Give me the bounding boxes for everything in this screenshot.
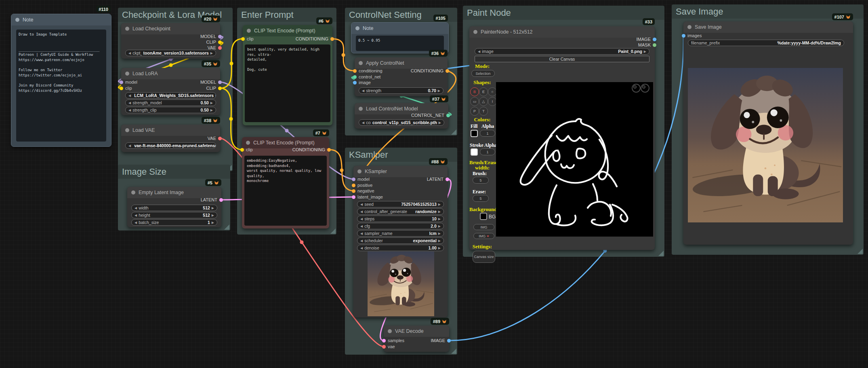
collapse-dot-icon[interactable] xyxy=(687,25,691,29)
node-title[interactable]: PainterNode - 512x512 xyxy=(469,26,655,38)
widget-strength[interactable]: ◀ strength 0.70 ▶ xyxy=(359,87,443,94)
widget-lora-name[interactable]: ◀ lora_name LCM_LoRA_Weights_SD15.safete… xyxy=(125,92,216,99)
shape-rect-button[interactable]: ▭ xyxy=(470,97,479,106)
node-title[interactable]: Empty Latent Image xyxy=(127,187,221,198)
left-arrow-icon[interactable]: ◀ xyxy=(135,221,137,224)
slot-in-clip[interactable]: clip xyxy=(120,86,132,90)
group-title[interactable]: Paint Node xyxy=(463,6,664,20)
collapse-dot-icon[interactable] xyxy=(125,72,129,76)
undo-icon[interactable] xyxy=(632,84,640,92)
left-arrow-icon[interactable]: ◀ xyxy=(135,206,137,210)
slot-out-clip[interactable]: CLIP xyxy=(206,40,222,44)
slot-in-latent-image[interactable]: latent_image xyxy=(352,195,383,199)
prompt-textarea[interactable]: best quality, very detailed, high res, u… xyxy=(245,44,330,122)
right-arrow-icon[interactable]: ▶ xyxy=(438,210,441,214)
right-arrow-icon[interactable]: ▶ xyxy=(439,121,441,125)
bg-color-swatch[interactable] xyxy=(480,213,487,220)
slot-out-conditioning[interactable]: CONDITIONING xyxy=(296,37,334,41)
node-ksampler[interactable]: KSampler model positive negative latent_… xyxy=(353,166,448,317)
shape-circle-button[interactable]: ○ xyxy=(488,87,497,96)
node-load-checkpoint[interactable]: Load Checkpoint MODEL CLIP VAE ◀ ckpt_na… xyxy=(121,23,220,59)
shape-triangle-button[interactable]: △ xyxy=(479,97,488,106)
redo-icon[interactable] xyxy=(641,84,649,92)
left-arrow-icon[interactable]: ◀ xyxy=(128,51,131,55)
slot-out-model[interactable]: MODEL xyxy=(200,80,222,84)
node-vae-decode[interactable]: VAE Decode samples vae IMAGE xyxy=(384,326,449,352)
slot-in-images[interactable]: images xyxy=(682,34,702,38)
left-arrow-icon[interactable]: ◀ xyxy=(360,232,363,235)
widget-sampler-name[interactable]: ◀sampler_namelcm▶ xyxy=(357,230,444,237)
img-remove-button[interactable]: IMG × xyxy=(473,233,494,239)
node-load-vae[interactable]: Load VAE VAE ◀ vae_name vae-ft-mse-84000… xyxy=(121,125,220,152)
widget-filename-prefix[interactable]: filename_prefix %date:yyyy-MM-dd%/Draw2I… xyxy=(688,40,844,46)
widget-steps[interactable]: ◀steps10▶ xyxy=(357,216,444,222)
slot-out-conditioning[interactable]: CONDITIONING xyxy=(411,69,449,73)
collapse-dot-icon[interactable] xyxy=(388,329,392,333)
collapse-dot-icon[interactable] xyxy=(357,169,361,173)
left-arrow-icon[interactable]: ◀ xyxy=(128,108,131,112)
paint-canvas[interactable] xyxy=(496,82,653,237)
shape-line-button[interactable]: I xyxy=(488,97,497,106)
slot-in-vae[interactable]: vae xyxy=(382,345,395,349)
widget-width[interactable]: ◀ width 512 ▶ xyxy=(131,205,217,211)
widget-strength-clip[interactable]: ◀ strength_clip 0.50 ▶ xyxy=(125,107,216,113)
slot-in-samples[interactable]: samples xyxy=(382,338,404,343)
widget-control-net-name[interactable]: ◀ control_net_name control_v11p_sd15_scr… xyxy=(359,119,444,126)
note-text[interactable]: 0.5 ~ 0.95 xyxy=(356,36,444,51)
widget-ckpt-name[interactable]: ◀ ckpt_name toonAme_version10.safetensor… xyxy=(125,50,216,56)
widget-image-file[interactable]: ◀ image Paint_0.png ▶ xyxy=(475,48,649,55)
canvas-size-button[interactable]: Canvas size xyxy=(473,251,495,263)
right-arrow-icon[interactable]: ▶ xyxy=(438,203,441,206)
erase-size-input[interactable]: 5 xyxy=(473,195,489,202)
collapse-dot-icon[interactable] xyxy=(355,26,359,30)
widget-denoise[interactable]: ◀denoise1.00▶ xyxy=(357,245,444,251)
slot-in-negative[interactable]: negative xyxy=(352,189,374,193)
collapse-dot-icon[interactable] xyxy=(359,61,363,65)
right-arrow-icon[interactable]: ▶ xyxy=(438,239,441,243)
left-arrow-icon[interactable]: ◀ xyxy=(360,210,363,214)
node-title[interactable]: CLIP Text Encode (Prompt) xyxy=(242,137,329,148)
widget-cfg[interactable]: ◀cfg2.0▶ xyxy=(357,223,444,229)
collapse-dot-icon[interactable] xyxy=(359,107,363,111)
group-title[interactable]: Image Size xyxy=(118,165,230,179)
collapse-dot-icon[interactable] xyxy=(131,190,135,195)
right-arrow-icon[interactable]: ▶ xyxy=(210,101,213,105)
node-save-image[interactable]: Save Image images filename_prefix %date:… xyxy=(683,21,853,245)
stroke-color-swatch[interactable] xyxy=(471,148,478,156)
slot-out-latent[interactable]: LATENT xyxy=(427,177,449,181)
collapse-dot-icon[interactable] xyxy=(125,128,129,132)
slot-out-vae[interactable]: VAE xyxy=(208,46,222,50)
node-clip-text-encode-negative[interactable]: CLIP Text Encode (Prompt) clip CONDITION… xyxy=(242,137,329,228)
collapse-dot-icon[interactable] xyxy=(125,27,129,31)
right-arrow-icon[interactable]: ▶ xyxy=(215,94,216,97)
node-title[interactable]: Load Checkpoint xyxy=(121,23,220,34)
note-text[interactable]: Draw to Image Template _________________… xyxy=(16,30,106,142)
slot-in-positive[interactable]: positive xyxy=(352,183,372,187)
slot-out-latent[interactable]: LATENT xyxy=(201,198,223,202)
right-arrow-icon[interactable]: ▶ xyxy=(210,108,213,112)
widget-vae-name[interactable]: ◀ vae_name vae-ft-mse-840000-ema-pruned.… xyxy=(125,142,216,149)
node-title[interactable]: Note xyxy=(11,14,111,25)
node-note-110[interactable]: Note Draw to Image Template ____________… xyxy=(11,14,111,147)
widget-control-after-generate[interactable]: ◀control_after_generaterandomize▶ xyxy=(357,208,444,215)
slot-in-model[interactable]: model xyxy=(352,177,370,181)
node-note-105[interactable]: Note 0.5 ~ 0.95 xyxy=(351,22,449,53)
right-arrow-icon[interactable]: ▶ xyxy=(438,217,441,221)
fill-alpha-input[interactable]: 1 xyxy=(480,130,495,137)
left-arrow-icon[interactable]: ◀ xyxy=(135,214,137,217)
widget-scheduler[interactable]: ◀schedulerexponential▶ xyxy=(357,237,444,244)
node-empty-latent[interactable]: Empty Latent Image LATENT ◀ width 512 ▶ … xyxy=(127,187,221,227)
right-arrow-icon[interactable]: ▶ xyxy=(438,232,441,235)
node-title[interactable]: CLIP Text Encode (Prompt) xyxy=(243,25,332,36)
slot-in-control-net[interactable]: control_net xyxy=(353,75,380,79)
node-title[interactable]: VAE Decode xyxy=(384,326,449,337)
slot-out-clip[interactable]: CLIP xyxy=(206,86,222,90)
node-title[interactable]: Note xyxy=(351,23,448,34)
node-painter[interactable]: PainterNode - 512x512 IMAGE MASK ◀ image… xyxy=(469,26,655,250)
slot-in-clip[interactable]: clip xyxy=(241,37,254,41)
slot-out-control-net[interactable]: CONTROL_NET xyxy=(411,113,450,117)
collapse-dot-icon[interactable] xyxy=(473,30,477,34)
left-arrow-icon[interactable]: ◀ xyxy=(362,89,364,93)
fill-color-swatch[interactable] xyxy=(471,130,478,137)
slot-out-image[interactable]: IMAGE xyxy=(431,338,451,343)
